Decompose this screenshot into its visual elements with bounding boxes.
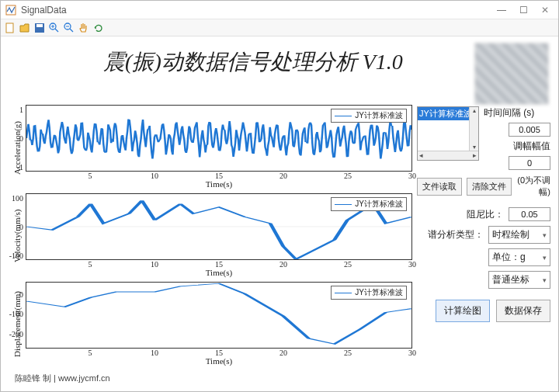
svg-rect-1 [6,23,13,33]
chart-displacement: Displacement(mm) 0 -100 -200 [9,282,412,367]
svg-rect-3 [36,24,43,27]
charts-column: Acceleration(g) 1 0 -1 [9,105,412,370]
chart-velocity: Velocity(mm/s) 100 0 -100 [9,193,412,279]
close-button[interactable]: ✕ [540,5,550,16]
pan-icon[interactable] [78,22,90,34]
chevron-down-icon: ▾ [543,231,547,239]
accel-legend: JY计算标准波 [331,109,407,123]
disp-plot[interactable]: 0 -100 -200 JY计算标准波 [26,282,412,349]
spectrum-select[interactable]: 时程绘制▾ [488,226,550,244]
save-button[interactable]: 数据保存 [496,300,550,322]
file-listbox[interactable]: JY计算标准波 ▴▾ ◂▸ [417,106,479,161]
read-file-button[interactable]: 文件读取 [417,178,462,196]
list-vscroll[interactable]: ▴▾ [469,107,478,151]
app-icon [5,5,16,16]
amp-hint: (0为不调幅) [516,175,550,198]
damping-label: 阻尼比： [467,208,504,221]
app-window: SignalData — ☐ ✕ 震(振)动数据信号处理分析 V1.0 [0,0,559,392]
titlebar: SignalData — ☐ ✕ [1,1,558,19]
app-title: 震(振)动数据信号处理分析 V1.0 [9,40,474,82]
vel-plot[interactable]: 100 0 -100 JY计算标准波 [26,193,412,260]
toolbar [1,19,558,36]
chevron-down-icon: ▾ [543,276,547,284]
vel-legend: JY计算标准波 [331,197,407,211]
open-icon[interactable] [19,22,31,34]
unit-select[interactable]: 单位：g▾ [488,248,550,266]
coord-select[interactable]: 普通坐标▾ [488,271,550,289]
content-area: 震(振)动数据信号处理分析 V1.0 Acceleration(g) 1 0 -… [1,36,558,391]
interval-input[interactable]: 0.005 [509,123,550,137]
interval-label: 时间间隔 (s) [484,106,550,120]
list-hscroll[interactable]: ◂▸ [418,151,478,160]
disp-xlabel: Time(s) [26,356,412,367]
svg-line-9 [70,29,73,32]
accel-xlabel: Time(s) [26,179,412,190]
save-icon[interactable] [33,22,46,34]
damping-input[interactable]: 0.05 [509,207,550,221]
new-icon[interactable] [4,22,16,34]
rotate-icon[interactable] [92,22,105,34]
plot-button[interactable]: 计算绘图 [436,300,490,322]
amp-label: 调幅幅值 [484,140,550,153]
footer-credit: 陈睦锋 制 | www.jycmf.cn [9,370,550,388]
maximize-button[interactable]: ☐ [518,5,529,16]
side-panel: JY计算标准波 ▴▾ ◂▸ 时间间隔 (s) 0.005 调幅幅值 0 文件读取… [417,105,550,370]
amp-input[interactable]: 0 [509,156,550,170]
window-controls: — ☐ ✕ [496,5,550,16]
disp-legend: JY计算标准波 [331,286,407,300]
preview-thumbnail [474,43,549,105]
zoom-out-icon[interactable] [63,22,75,34]
minimize-button[interactable]: — [496,5,507,16]
clear-file-button[interactable]: 清除文件 [467,178,512,196]
window-title: SignalData [21,5,67,16]
spectrum-label: 谱分析类型： [428,228,484,241]
vel-xlabel: Time(s) [26,268,412,279]
svg-line-5 [55,29,58,32]
chevron-down-icon: ▾ [543,254,547,262]
accel-plot[interactable]: 1 0 -1 JY计算标准波 [26,105,412,172]
chart-acceleration: Acceleration(g) 1 0 -1 [9,105,412,190]
zoom-in-icon[interactable] [48,22,61,34]
